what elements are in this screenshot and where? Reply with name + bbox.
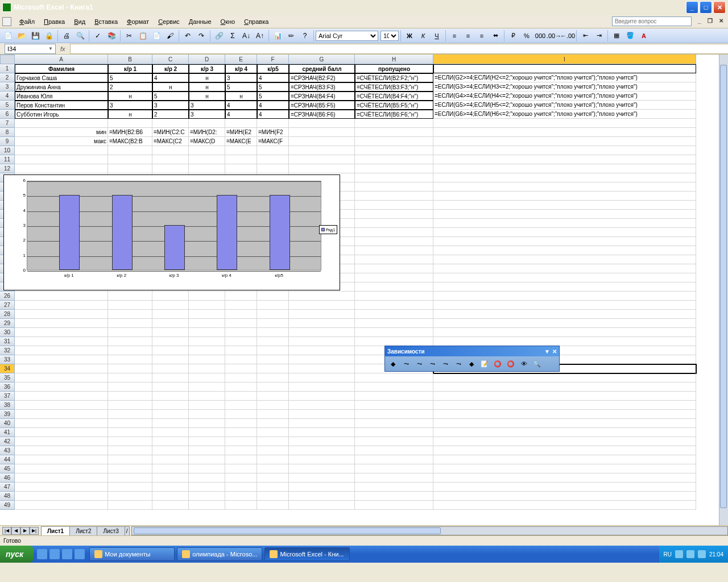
cell[interactable] [355, 273, 433, 282]
cell[interactable]: Дружинина Анна [15, 82, 108, 92]
col-header-B[interactable]: B [108, 55, 152, 64]
row-header-40[interactable]: 40 [0, 419, 15, 428]
cell[interactable] [189, 483, 225, 492]
permission-button[interactable]: 🔒 [43, 30, 55, 42]
cell[interactable] [152, 446, 189, 455]
cell[interactable] [289, 310, 355, 319]
research-button[interactable]: 📚 [105, 30, 118, 42]
cell[interactable] [108, 146, 152, 155]
cell[interactable] [108, 310, 152, 319]
cell[interactable]: мин [15, 128, 108, 137]
cell[interactable] [257, 337, 289, 346]
cell[interactable] [433, 319, 696, 328]
cell[interactable] [289, 337, 355, 346]
row-header-11[interactable]: 11 [0, 155, 15, 164]
cell[interactable] [225, 119, 257, 128]
cell[interactable] [15, 373, 108, 383]
cell[interactable] [108, 119, 152, 128]
cell[interactable] [15, 464, 108, 473]
cell[interactable] [152, 410, 189, 419]
cell[interactable] [289, 383, 355, 392]
cell[interactable] [108, 392, 152, 401]
cell[interactable] [289, 373, 355, 383]
cell[interactable]: =СЧЁТЕСЛИ(B6:F6;"н") [355, 110, 433, 119]
cell[interactable] [433, 501, 696, 510]
cell[interactable]: =МИН(C2:C [152, 128, 189, 137]
cell[interactable] [289, 410, 355, 419]
cell[interactable] [15, 446, 108, 455]
sheet-tab-Лист3[interactable]: Лист3 [97, 526, 125, 535]
remove-all-arrows-button[interactable]: ⤳ [453, 358, 464, 369]
watch-window-button[interactable]: 👁 [518, 358, 530, 369]
row-header-32[interactable]: 32 [0, 346, 15, 355]
cell[interactable] [257, 319, 289, 328]
cell[interactable]: =МИН(D2: [189, 128, 225, 137]
cell[interactable]: н [189, 82, 225, 92]
cell[interactable] [355, 483, 433, 492]
cell[interactable] [433, 446, 696, 455]
cell[interactable] [15, 455, 108, 464]
italic-button[interactable]: К [417, 30, 429, 42]
cell[interactable] [257, 473, 289, 483]
cell[interactable] [289, 428, 355, 437]
cell[interactable]: =ЕСЛИ(G6>=4;ЕСЛИ(H6<=2;"хорошо учится";"… [433, 110, 696, 119]
cell[interactable]: 5 [108, 73, 152, 82]
cell[interactable] [225, 501, 257, 510]
row-header-2[interactable]: 2 [0, 73, 15, 82]
cell[interactable] [189, 428, 225, 437]
cell[interactable] [257, 464, 289, 473]
cell[interactable]: Фамилия [15, 64, 108, 73]
cell[interactable] [15, 310, 108, 319]
new-comment-button[interactable]: 📝 [479, 358, 490, 369]
row-header-37[interactable]: 37 [0, 392, 15, 401]
cell[interactable]: =МАКС(E [225, 137, 257, 146]
cell[interactable] [433, 428, 696, 437]
error-check-button[interactable]: ◆ [387, 358, 399, 369]
cell[interactable] [225, 401, 257, 410]
row-header-41[interactable]: 41 [0, 428, 15, 437]
align-center-button[interactable]: ≡ [462, 30, 474, 42]
cell[interactable] [189, 473, 225, 483]
embedded-chart[interactable]: Ряд1 0123456к/р 1к/р 2к/р 3к/р 4к/р5 [3, 174, 340, 290]
cell[interactable] [257, 328, 289, 337]
cell[interactable] [355, 446, 433, 455]
font-name-select[interactable]: Arial Cyr [316, 31, 378, 41]
cell[interactable] [433, 282, 696, 292]
cell[interactable] [289, 401, 355, 410]
cell[interactable] [152, 337, 189, 346]
cell[interactable] [225, 419, 257, 428]
cell[interactable] [15, 492, 108, 501]
cell[interactable] [355, 501, 433, 510]
cell[interactable] [108, 364, 152, 373]
tray-icon[interactable] [698, 550, 706, 558]
cell[interactable] [257, 146, 289, 155]
cell[interactable] [108, 446, 152, 455]
cell[interactable] [108, 419, 152, 428]
cell[interactable] [289, 483, 355, 492]
row-header-8[interactable]: 8 [0, 128, 15, 137]
cell[interactable] [257, 410, 289, 419]
select-all-corner[interactable] [0, 55, 15, 64]
cell[interactable] [433, 392, 696, 401]
cell[interactable]: =СЧЁТЕСЛИ(B2:F2;"н") [355, 73, 433, 82]
cell[interactable] [189, 364, 225, 373]
cell[interactable] [152, 501, 189, 510]
close-button[interactable]: ✕ [713, 1, 726, 14]
cell[interactable] [152, 455, 189, 464]
remove-dependents-button[interactable]: ⤳ [440, 358, 451, 369]
cell[interactable] [152, 428, 189, 437]
cell[interactable] [433, 383, 696, 392]
cell[interactable] [257, 364, 289, 373]
cell[interactable] [433, 310, 696, 319]
cell[interactable]: =МАКС(D [189, 137, 225, 146]
preview-button[interactable]: 🔍 [74, 30, 86, 42]
cell[interactable]: =МАКС(B2:B [108, 137, 152, 146]
cell[interactable] [225, 464, 257, 473]
cell[interactable] [433, 373, 696, 383]
row-header-34[interactable]: 34 [0, 364, 15, 373]
col-header-H[interactable]: H [355, 55, 433, 64]
font-color-button[interactable]: A [638, 30, 650, 42]
cell[interactable] [289, 319, 355, 328]
cell[interactable] [189, 119, 225, 128]
cell[interactable] [433, 182, 696, 192]
